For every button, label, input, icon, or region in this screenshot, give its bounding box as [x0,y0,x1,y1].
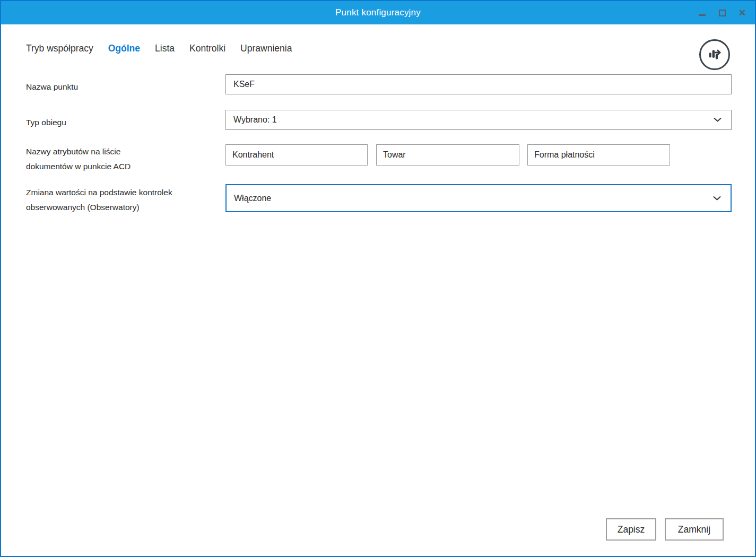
minimize-icon [699,14,706,16]
typ-obiegu-dropdown[interactable]: Wybrano: 1 [225,110,732,130]
close-button[interactable]: ✕ [738,8,746,17]
chevron-down-icon [713,196,721,201]
atrybut-3-input[interactable] [527,144,670,166]
window-title: Punkt konfiguracyjny [335,7,421,18]
label-atrybuty-acd: Nazwy atrybutów na liście dokumentów w p… [26,144,153,174]
close-dialog-button[interactable]: Zamknij [665,518,724,541]
chevron-down-icon [714,118,722,123]
obserwatory-dropdown[interactable]: Włączone [225,184,732,212]
dialog-punkt-konfiguracyjny: Punkt konfiguracyjny ✕ Tryb współpracy O… [0,0,756,557]
obserwatory-selected-value: Włączone [234,194,271,203]
tab-tryb-wspolpracy[interactable]: Tryb współpracy [26,43,93,54]
atrybut-1-input[interactable] [225,144,368,166]
tab-lista[interactable]: Lista [155,43,175,54]
save-button[interactable]: Zapisz [606,518,656,541]
workflow-arrow-icon [706,46,724,64]
label-typ-obiegu: Typ obiegu [26,112,66,133]
close-icon: ✕ [738,8,746,18]
tab-ogolne[interactable]: Ogólne [108,43,140,54]
label-nazwa-punktu: Nazwa punktu [26,77,78,97]
nazwa-punktu-input[interactable] [225,74,732,94]
label-obserwatory: Zmiana wartości na podstawie kontrolek o… [26,185,220,215]
tab-kontrolki[interactable]: Kontrolki [189,43,225,54]
atrybut-2-input[interactable] [376,144,519,166]
minimize-button[interactable] [698,8,706,17]
maximize-button[interactable] [718,8,726,17]
typ-obiegu-selected-value: Wybrano: 1 [233,115,277,125]
workflow-icon-button[interactable] [699,39,730,70]
titlebar: Punkt konfiguracyjny ✕ [1,1,755,24]
tab-strip: Tryb współpracy Ogólne Lista Kontrolki U… [26,43,292,54]
window-controls: ✕ [698,1,746,24]
maximize-icon [719,10,726,16]
tab-uprawnienia[interactable]: Uprawnienia [240,43,292,54]
